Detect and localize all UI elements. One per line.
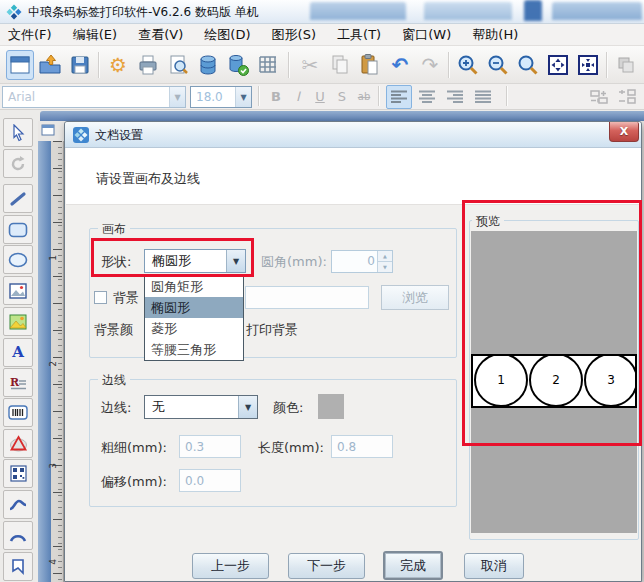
- browse-button[interactable]: 浏览: [381, 285, 449, 310]
- undo-icon: ↶: [392, 55, 409, 75]
- redo-button[interactable]: ↷: [416, 50, 444, 80]
- chevron-down-icon[interactable]: ▼: [169, 87, 185, 107]
- border-group-label: 边线: [98, 372, 130, 389]
- spin-down-icon[interactable]: ▼: [378, 262, 392, 273]
- new-document-button[interactable]: [6, 50, 34, 80]
- shape-option-rounded-rect[interactable]: 圆角矩形: [145, 276, 243, 297]
- chevron-down-icon[interactable]: ▼: [238, 396, 257, 418]
- chevron-down-icon[interactable]: ▼: [235, 87, 251, 107]
- zoom-in-icon: [456, 53, 480, 77]
- dialog-titlebar[interactable]: 文档设置 X: [65, 122, 641, 148]
- align-center-button[interactable]: [414, 85, 440, 109]
- print-button[interactable]: [134, 50, 162, 80]
- strikethrough-button[interactable]: S: [332, 86, 352, 108]
- paste-button[interactable]: [356, 50, 384, 80]
- chevron-down-icon[interactable]: ▼: [226, 250, 245, 272]
- font-family-select[interactable]: Arial ▼: [2, 86, 186, 108]
- menu-bar: 文件(F) 编辑(E) 查看(V) 绘图(D) 图形(S) 工具(T) 窗口(W…: [0, 24, 644, 46]
- previous-step-button[interactable]: 上一步: [192, 553, 269, 579]
- ellipse-tool-button[interactable]: [3, 245, 33, 274]
- background-window-tabs: [308, 0, 644, 22]
- arc-tool-button[interactable]: [3, 521, 33, 550]
- zoom-in-button[interactable]: [454, 50, 482, 80]
- curve-tool-button[interactable]: [3, 490, 33, 519]
- layers-icon: [614, 53, 638, 77]
- grid-button[interactable]: [254, 50, 282, 80]
- shape-option-triangle[interactable]: 等腰三角形: [145, 339, 243, 360]
- rounded-rect-tool-button[interactable]: [3, 215, 33, 244]
- menu-tools[interactable]: 工具(T): [329, 24, 389, 46]
- document-window-icon: [41, 123, 55, 137]
- distribute-horizontal-button[interactable]: [586, 85, 612, 109]
- save-floppy-icon: [68, 53, 92, 77]
- menu-view[interactable]: 查看(V): [130, 24, 191, 46]
- layers-button[interactable]: [612, 50, 640, 80]
- border-line-select[interactable]: 无 ▼: [144, 395, 258, 419]
- open-button[interactable]: [36, 50, 64, 80]
- shape-tool-button[interactable]: [3, 429, 33, 458]
- zoom-tool-button[interactable]: [514, 50, 542, 80]
- align-left-icon: [390, 90, 408, 104]
- image-color-tool-button[interactable]: [3, 307, 33, 336]
- database-button[interactable]: [194, 50, 222, 80]
- fit-window-icon: [546, 53, 570, 77]
- window-title: 中琅条码标签打印软件-V6.2.6 数码版 单机: [28, 0, 259, 24]
- document-window-top-edge: [40, 111, 644, 121]
- border-color-swatch[interactable]: [318, 394, 344, 419]
- font-size-select[interactable]: 18.0 ▼: [190, 86, 252, 108]
- save-button[interactable]: [66, 50, 94, 80]
- finish-button[interactable]: 完成: [383, 551, 443, 580]
- distribute-vertical-button[interactable]: [614, 85, 640, 109]
- shape-select[interactable]: 椭圆形 ▼: [144, 249, 246, 273]
- thickness-input[interactable]: [179, 435, 241, 458]
- spin-up-icon[interactable]: ▲: [378, 251, 392, 262]
- line-tool-button[interactable]: [3, 184, 33, 213]
- menu-window[interactable]: 窗口(W): [394, 24, 459, 46]
- offset-input[interactable]: [179, 469, 241, 492]
- background-path-input[interactable]: [245, 286, 369, 309]
- qrcode-tool-button[interactable]: [3, 459, 33, 488]
- letter-spacing-button[interactable]: ab: [354, 86, 374, 108]
- background-color-label: 背景颜: [94, 321, 133, 339]
- undo-button[interactable]: ↶: [386, 50, 414, 80]
- align-justify-button[interactable]: [470, 85, 496, 109]
- print-preview-button[interactable]: [164, 50, 192, 80]
- next-step-button[interactable]: 下一步: [288, 553, 365, 579]
- italic-button[interactable]: I: [288, 86, 308, 108]
- menu-help[interactable]: 帮助(H): [464, 24, 526, 46]
- align-right-button[interactable]: [442, 85, 468, 109]
- rotate-tool-button[interactable]: [3, 149, 33, 178]
- select-tool-button[interactable]: [3, 118, 33, 147]
- corner-radius-spinner[interactable]: 0 ▲ ▼: [331, 250, 393, 273]
- toolbar-separator: [378, 86, 379, 106]
- copy-button[interactable]: [326, 50, 354, 80]
- background-checkbox[interactable]: [94, 291, 107, 304]
- ruler-number: 3: [48, 463, 58, 469]
- settings-button[interactable]: ⚙: [104, 50, 132, 80]
- fit-window-button[interactable]: [544, 50, 572, 80]
- database-sync-button[interactable]: [224, 50, 252, 80]
- length-input[interactable]: [331, 435, 393, 458]
- background-tab: [524, 0, 542, 21]
- align-left-button[interactable]: [386, 85, 412, 109]
- cancel-button[interactable]: 取消: [464, 553, 524, 579]
- text-tool-button[interactable]: A: [3, 338, 33, 367]
- richtext-tool-button[interactable]: R: [3, 368, 33, 397]
- menu-draw[interactable]: 绘图(D): [196, 24, 258, 46]
- zoom-out-button[interactable]: [484, 50, 512, 80]
- bold-button[interactable]: B: [266, 86, 286, 108]
- cut-button[interactable]: ✂: [296, 50, 324, 80]
- shape-option-diamond[interactable]: 菱形: [145, 318, 243, 339]
- menu-shape[interactable]: 图形(S): [264, 24, 324, 46]
- underline-button[interactable]: U: [310, 86, 330, 108]
- preview-label-circle: 2: [529, 354, 583, 407]
- shape-option-ellipse[interactable]: 椭圆形: [145, 297, 243, 318]
- preview-label-circle: 3: [584, 354, 637, 407]
- barcode-tool-button[interactable]: [3, 398, 33, 427]
- image-tool-button[interactable]: [3, 276, 33, 305]
- polygon-tool-button[interactable]: [3, 552, 33, 581]
- fit-selection-button[interactable]: [574, 50, 602, 80]
- close-button[interactable]: X: [609, 122, 639, 142]
- menu-file[interactable]: 文件(F): [0, 24, 60, 46]
- menu-edit[interactable]: 编辑(E): [65, 24, 125, 46]
